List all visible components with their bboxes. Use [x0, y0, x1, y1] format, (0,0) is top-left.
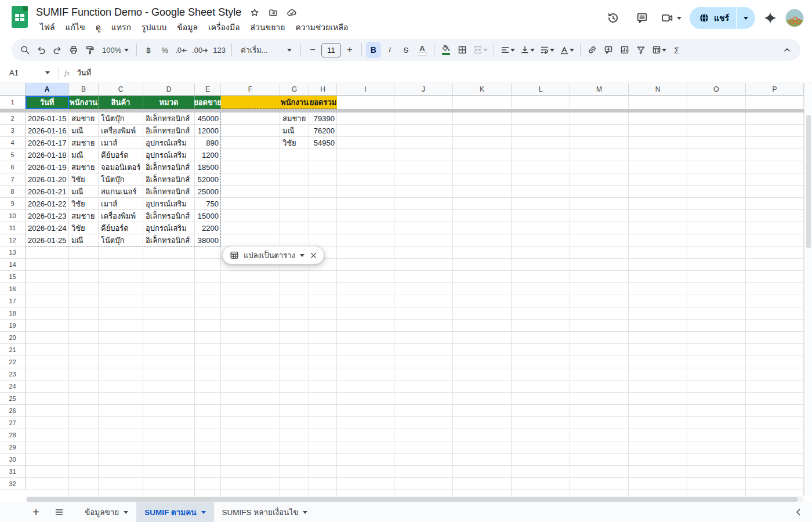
menu-item-แทรก[interactable]: แทรก — [107, 21, 135, 34]
cell-A10[interactable]: 2026-01-23 — [26, 210, 69, 222]
row-header-10[interactable]: 10 — [0, 210, 26, 222]
cell-E10[interactable]: 15000 — [195, 210, 221, 222]
cell-C10[interactable]: เครื่องพิมพ์ — [99, 210, 143, 222]
cell-D11[interactable]: อุปกรณ์เสริม — [143, 222, 195, 234]
row-header-7[interactable]: 7 — [0, 173, 26, 186]
cell-E5[interactable]: 1200 — [195, 149, 221, 161]
sheet-tab-SUMIF ตามคน[interactable]: SUMIF ตามคน — [136, 502, 213, 522]
cell-G4[interactable]: วิชัย — [280, 137, 309, 149]
merge-cells-button[interactable] — [471, 42, 490, 58]
decrease-decimal-button[interactable]: .0 — [173, 42, 189, 58]
cell-D8[interactable]: อิเล็กทรอนิกส์ — [143, 186, 195, 198]
chip-close-icon[interactable] — [309, 251, 318, 260]
col-header-I[interactable]: I — [337, 83, 394, 96]
row-header-31[interactable]: 31 — [0, 466, 26, 478]
cell-B7[interactable]: วิชัย — [69, 173, 99, 186]
strikethrough-button[interactable]: S — [398, 42, 414, 58]
cell-B8[interactable]: มณี — [69, 186, 99, 198]
cell-D5[interactable]: อุปกรณ์เสริม — [143, 149, 195, 161]
cell-A7[interactable]: 2026-01-20 — [26, 173, 69, 186]
col-header-E[interactable]: E — [195, 83, 221, 96]
cell-C6[interactable]: จอมอนิเตอร์ — [99, 161, 143, 173]
header-cell-B1[interactable]: พนักงาน — [69, 96, 99, 109]
cell-G3[interactable]: มณี — [280, 125, 309, 137]
cell-C9[interactable]: เมาส์ — [99, 198, 143, 210]
sheets-logo-icon[interactable] — [12, 6, 28, 28]
cell-C12[interactable]: โน้ตบุ๊ก — [99, 234, 143, 246]
share-button[interactable]: แชร์ — [690, 7, 755, 29]
cell-E3[interactable]: 12000 — [195, 125, 221, 137]
cell-C7[interactable]: โน้ตบุ๊ก — [99, 173, 143, 186]
undo-button[interactable] — [34, 42, 49, 58]
row-header-14[interactable]: 14 — [0, 259, 26, 271]
row-header-9[interactable]: 9 — [0, 198, 26, 210]
header-cell-C1[interactable]: สินค้า — [99, 96, 143, 109]
cell-B11[interactable]: วิชัย — [69, 222, 99, 234]
header-cell-E1[interactable]: ยอดขาย — [195, 96, 221, 109]
paint-format-button[interactable] — [82, 42, 97, 58]
col-header-L[interactable]: L — [512, 83, 570, 96]
cell-D10[interactable]: อิเล็กทรอนิกส์ — [143, 210, 195, 222]
move-folder-icon[interactable] — [268, 8, 278, 18]
meet-button[interactable] — [661, 8, 682, 28]
horizontal-scrollbar-thumb[interactable] — [27, 497, 798, 502]
font-size-input[interactable]: 11 — [321, 43, 341, 57]
row-header-19[interactable]: 19 — [0, 320, 26, 332]
cell-E6[interactable]: 18500 — [195, 161, 221, 173]
hide-menus-button[interactable] — [780, 42, 795, 58]
horizontal-scrollbar[interactable] — [26, 496, 804, 502]
row-header-22[interactable]: 22 — [0, 356, 26, 368]
row-header-18[interactable]: 18 — [0, 307, 26, 320]
cell-E12[interactable]: 38000 — [195, 234, 221, 246]
cell-D7[interactable]: อิเล็กทรอนิกส์ — [143, 173, 195, 186]
cell-A2[interactable]: 2026-01-15 — [26, 113, 69, 125]
col-header-D[interactable]: D — [143, 83, 195, 96]
col-header-N[interactable]: N — [629, 83, 687, 96]
add-sheet-button[interactable]: + — [29, 505, 43, 519]
spreadsheet-grid[interactable]: ABCDEFGHIJKLMNOP123456789101112131415161… — [0, 83, 812, 496]
menu-item-เครื่องมือ[interactable]: เครื่องมือ — [204, 21, 244, 34]
cell-A11[interactable]: 2026-01-24 — [26, 222, 69, 234]
cell-A3[interactable]: 2026-01-16 — [26, 125, 69, 137]
insert-comment-button[interactable] — [601, 42, 616, 58]
cell-E4[interactable]: 890 — [195, 137, 221, 149]
zoom-control[interactable]: 100% — [99, 42, 132, 58]
col-header-C[interactable]: C — [99, 83, 143, 96]
cell-A9[interactable]: 2026-01-22 — [26, 198, 69, 210]
row-header-6[interactable]: 6 — [0, 161, 26, 173]
menu-item-แก้ไข[interactable]: แก้ไข — [61, 21, 89, 34]
header-cell-F1[interactable] — [221, 96, 280, 109]
header-cell-D1[interactable]: หมวด — [143, 96, 195, 109]
cell-B10[interactable]: สมชาย — [69, 210, 99, 222]
cell-E11[interactable]: 2200 — [195, 222, 221, 234]
table-views-button[interactable] — [650, 42, 668, 58]
cell-A5[interactable]: 2026-01-18 — [26, 149, 69, 161]
cell-D12[interactable]: อิเล็กทรอนิกส์ — [143, 234, 195, 246]
text-wrap-button[interactable] — [538, 42, 556, 58]
convert-to-table-chip[interactable]: แปลงเป็นตาราง — [222, 246, 324, 264]
cell-H2[interactable]: 79390 — [309, 113, 337, 125]
row-header-5[interactable]: 5 — [0, 149, 26, 161]
horizontal-align-button[interactable] — [498, 42, 517, 58]
row-header-8[interactable]: 8 — [0, 186, 26, 198]
cell-A8[interactable]: 2026-01-21 — [26, 186, 69, 198]
col-header-G[interactable]: G — [280, 83, 309, 96]
cell-H4[interactable]: 54950 — [309, 137, 337, 149]
cell-C2[interactable]: โน้ตบุ๊ก — [99, 113, 143, 125]
more-formats-button[interactable]: 123 — [211, 42, 227, 58]
insert-chart-button[interactable] — [617, 42, 632, 58]
col-header-J[interactable]: J — [394, 83, 453, 96]
text-color-button[interactable]: A — [415, 42, 430, 58]
comment-history-button[interactable] — [632, 8, 652, 28]
avatar[interactable] — [785, 9, 804, 27]
col-header-B[interactable]: B — [69, 83, 99, 96]
increase-decimal-button[interactable]: .00 — [190, 42, 210, 58]
borders-button[interactable] — [455, 42, 470, 58]
menu-item-ความช่วยเหลือ[interactable]: ความช่วยเหลือ — [291, 21, 352, 34]
menu-item-ข้อมูล[interactable]: ข้อมูล — [173, 21, 202, 34]
row-header-23[interactable]: 23 — [0, 368, 26, 380]
row-header-16[interactable]: 16 — [0, 283, 26, 295]
menu-item-ส่วนขยาย[interactable]: ส่วนขยาย — [246, 21, 289, 34]
sheet-tab-caret-icon[interactable] — [201, 511, 206, 514]
scroll-tabs-left-button[interactable] — [793, 507, 804, 517]
